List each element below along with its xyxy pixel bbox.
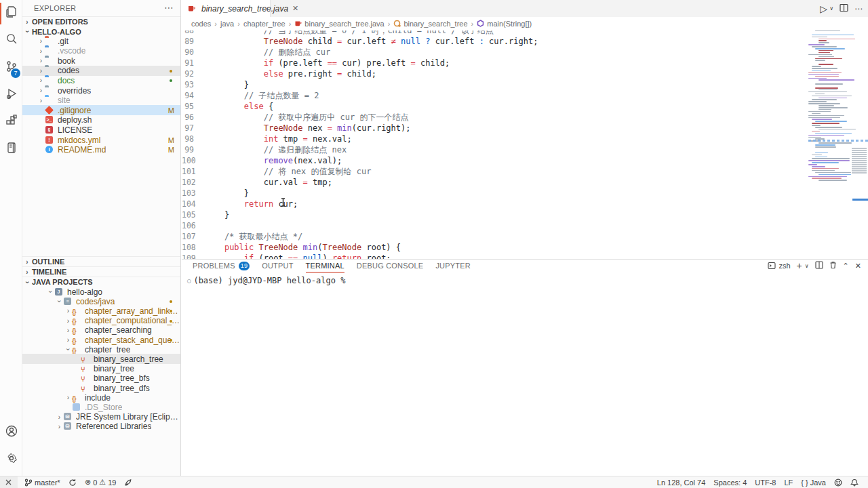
notifications-button[interactable]	[846, 476, 863, 488]
minimap-line	[815, 94, 825, 95]
activitybar-source-control[interactable]: 7	[0, 54, 22, 81]
line-number: 107	[182, 231, 205, 242]
section-java-projects[interactable]: › JAVA PROJECTS	[22, 277, 180, 287]
java-node-chapter-computational-complexity[interactable]: ›{ }chapter_computational_complexity	[22, 316, 180, 326]
git-branch-status[interactable]: master*	[20, 476, 64, 488]
java-node-include[interactable]: ›{ }include	[22, 392, 180, 403]
maximize-panel-icon[interactable]: ⌃	[843, 262, 849, 270]
minimap-line	[815, 87, 838, 89]
more-actions-icon[interactable]: ⋯	[164, 0, 174, 16]
activitybar-explorer[interactable]	[0, 0, 22, 27]
minimap[interactable]	[807, 27, 868, 259]
minimap-line	[818, 50, 833, 52]
activitybar-accounts[interactable]	[0, 419, 22, 446]
tab-title: binary_search_tree.java	[201, 4, 288, 14]
section-timeline[interactable]: › TIMELINE	[22, 266, 180, 277]
java-node-binary-search-tree[interactable]: ⑂binary_search_tree	[22, 354, 180, 364]
file-row-book[interactable]: ›book	[22, 56, 180, 66]
settings-icon	[5, 451, 18, 468]
file-row-overrides[interactable]: ›overrides	[22, 85, 180, 96]
java-node-hello-algo[interactable]: ›Jhello-algo	[22, 287, 180, 297]
feedback-button[interactable]	[830, 476, 846, 488]
editor-actions: ▷ ∨ ⋯	[820, 0, 863, 17]
file-row-mkdocs-yml[interactable]: !mkdocs.ymlM	[22, 135, 180, 145]
section-folder-root[interactable]: › HELLO-ALGO	[22, 26, 180, 37]
java-node-referenced-libraries[interactable]: ›⛁Referenced Libraries	[22, 422, 180, 432]
java-node-jre-system-library-eclipse-temurin-17-17-[interactable]: ›⛁JRE System Library [Eclipse Temurin 17…	[22, 412, 180, 422]
tab-binary-search-tree[interactable]: binary_search_tree.java ✕	[182, 0, 271, 17]
minimap-line	[815, 76, 839, 77]
problems-badge: 19	[239, 262, 250, 270]
tab-close-icon[interactable]: ✕	[292, 4, 298, 13]
terminal-dropdown-icon[interactable]: ∨	[805, 263, 809, 269]
activitybar-run-and-debug[interactable]	[0, 81, 22, 108]
error-icon: ⊗	[85, 478, 91, 487]
node-label: chapter_stack_and_queue	[85, 336, 180, 345]
file-row-deploy-sh[interactable]: >_deploy.sh	[22, 115, 180, 125]
panel-tab-problems[interactable]: PROBLEMS19	[193, 260, 250, 272]
breadcrumb-item-main-string-[interactable]: main(String[])	[477, 20, 532, 28]
file-row-readme-md[interactable]: iREADME.mdM	[22, 145, 180, 155]
activitybar-settings[interactable]	[0, 446, 22, 473]
file-row--gitignore[interactable]: .gitignoreM	[22, 105, 180, 115]
live-share-button[interactable]	[120, 476, 136, 488]
java-node-chapter-stack-and-queue[interactable]: ›{ }chapter_stack_and_queue	[22, 335, 180, 345]
breadcrumb-item-chapter-tree[interactable]: chapter_tree	[243, 20, 285, 28]
java-node-chapter-tree[interactable]: ›{ }chapter_tree	[22, 344, 180, 354]
java-node-codes-java[interactable]: ›≡codes/java	[22, 296, 180, 306]
status-eol[interactable]: LF	[780, 476, 797, 488]
panel-tab-output[interactable]: OUTPUT	[262, 260, 293, 272]
close-panel-icon[interactable]: ✕	[855, 262, 861, 270]
java-node-binary-tree[interactable]: ⑂binary_tree	[22, 364, 180, 374]
line-number: 88	[182, 30, 205, 36]
activitybar-notebook[interactable]	[0, 136, 22, 163]
java-node-chapter-searching[interactable]: ›{ }chapter_searching	[22, 325, 180, 336]
activitybar-extensions[interactable]	[0, 108, 22, 136]
status-cursor-position[interactable]: Ln 128, Col 74	[653, 476, 710, 488]
code-editor[interactable]: 88 // 当子结点数量 = 0 / 1 时，child = null / 该子…	[182, 30, 806, 259]
file-row-site[interactable]: ›site	[22, 96, 180, 106]
node-label: binary_tree_bfs	[94, 373, 150, 383]
split-terminal-icon[interactable]	[815, 261, 823, 270]
new-terminal-icon[interactable]: +	[797, 260, 802, 271]
panel-tab-label: OUTPUT	[262, 262, 293, 270]
file-row--git[interactable]: ›.git	[22, 36, 180, 46]
status-indentation[interactable]: Spaces: 4	[709, 476, 751, 488]
file-row-codes[interactable]: ›codes	[22, 66, 180, 76]
run-dropdown-icon[interactable]: ∨	[829, 5, 833, 12]
java-node-binary-tree-bfs[interactable]: ⑂binary_tree_bfs	[22, 373, 180, 384]
minimap-line	[808, 101, 827, 102]
more-actions-icon[interactable]: ⋯	[854, 4, 863, 14]
breadcrumb-item-binary-search-tree-java[interactable]: binary_search_tree.java	[294, 20, 384, 28]
section-outline[interactable]: › OUTLINE	[22, 256, 180, 266]
java-node-chapter-array-and-linkedlist[interactable]: ›{ }chapter_array_and_linkedlist	[22, 306, 180, 316]
terminal-content[interactable]: ○ (base) jyd@JYD-MBP hello-algo %	[187, 276, 345, 285]
file-row-docs[interactable]: ›docs	[22, 75, 180, 85]
status-language-mode[interactable]: { } Java	[797, 476, 830, 488]
file-label: .gitignore	[58, 106, 91, 115]
kill-terminal-icon[interactable]	[829, 261, 837, 270]
panel-tab-debug-console[interactable]: DEBUG CONSOLE	[357, 260, 424, 272]
breadcrumb-item-binary-search-tree[interactable]: binary_search_tree	[393, 20, 467, 28]
remote-indicator[interactable]	[0, 476, 18, 488]
panel-tab-jupyter[interactable]: JUPYTER	[435, 260, 471, 272]
section-label: TIMELINE	[32, 268, 66, 276]
status-encoding[interactable]: UTF-8	[751, 476, 780, 488]
shell-selector[interactable]: zsh	[768, 262, 790, 270]
section-open-editors[interactable]: › OPEN EDITORS	[22, 16, 180, 26]
run-button[interactable]: ▷	[820, 3, 827, 14]
breadcrumb-item-java[interactable]: java	[220, 20, 234, 28]
file-row-license[interactable]: §LICENSE	[22, 125, 180, 135]
java-node-binary-tree-dfs[interactable]: ⑂binary_tree_dfs	[22, 383, 180, 393]
error-count: 0	[93, 479, 97, 487]
panel-tab-terminal[interactable]: TERMINAL	[306, 260, 344, 272]
file-row--vscode[interactable]: ›.vscode	[22, 46, 180, 56]
split-editor-icon[interactable]	[840, 3, 848, 14]
file-icon: §	[45, 126, 54, 134]
sync-button[interactable]	[64, 476, 81, 488]
breadcrumb-item-codes[interactable]: codes	[191, 20, 211, 28]
java-node--ds-store[interactable]: .DS_Store	[22, 402, 180, 412]
line-number: 105	[182, 209, 205, 220]
problems-status[interactable]: ⊗ 0 ⚠ 19	[81, 476, 120, 488]
activitybar-search[interactable]	[0, 27, 22, 54]
